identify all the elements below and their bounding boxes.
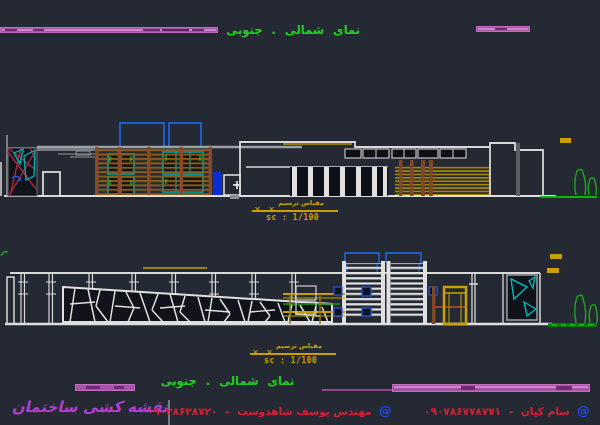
title-block-bar-top-right[interactable] [476, 26, 530, 32]
level-marker [547, 268, 559, 273]
level-marker [550, 254, 562, 259]
louver-stacks [342, 261, 427, 324]
roof-skylight-2 [169, 123, 201, 147]
contact-dash: - [225, 405, 229, 417]
contact-phone: ۰۹۰۲۸۶۲۸۷۲۰ [147, 405, 218, 417]
yellow-door-frame [444, 287, 466, 324]
wall-joint [516, 143, 520, 196]
scale-bar-2[interactable]: مقیاس ترسیم ✕ ✕ sc : 1/100 [226, 343, 344, 365]
contact-name: سام کیان [520, 405, 569, 417]
scale-tick-x: ✕ [252, 348, 259, 357]
elevation-drawing-1[interactable] [0, 92, 600, 204]
dimension-tick [230, 195, 239, 199]
at-icon: @ [577, 403, 590, 418]
blue-panel [213, 172, 222, 195]
scale-note-label: مقیاس ترسیم [276, 342, 322, 350]
door-1 [43, 172, 60, 196]
contact-engineer-2: @ سام کیان - ۰۹۰۷۸۶۷۷۸۷۷۱ [408, 403, 590, 418]
footer-bar-small[interactable] [75, 384, 135, 391]
decorative-glass-panel-2 [507, 273, 540, 324]
contact-name: مهندس یوسف شاهدوست [237, 405, 372, 417]
scale-note-label: مقیاس ترسیم [278, 199, 324, 207]
elevation-drawing-2[interactable] [0, 246, 600, 338]
elevation-title-top: نمای شمالی . جنوبی [228, 23, 360, 37]
contact-engineer-1: @ مهندس یوسف شاهدوست - ۰۹۰۲۸۶۲۸۷۲۰ [176, 403, 392, 418]
footer-bar-large[interactable] [392, 384, 590, 392]
cad-viewport: { "labels": { "elevation_title_top": "نم… [0, 0, 600, 425]
scale-caption: sc : 1/100 [264, 356, 317, 365]
scale-tick-x: ✕ [254, 205, 261, 214]
wood-louver-facade [95, 147, 212, 195]
scale-caption: sc : 1/100 [266, 213, 319, 222]
tree-symbols [575, 169, 597, 195]
contact-dash: - [508, 405, 512, 417]
footer-bar-line [322, 389, 392, 391]
contact-phone: ۰۹۰۷۸۶۷۷۸۷۷۱ [424, 405, 501, 417]
scale-bar-1[interactable]: مقیاس ترسیم ✕ ✕ sc : 1/100 [228, 200, 346, 222]
level-marker [560, 138, 571, 143]
decorative-glass-panel [7, 135, 95, 196]
tree-symbols [575, 295, 598, 323]
title-block-bar-top-left[interactable] [0, 27, 218, 33]
elevation-title-bottom: نمای شمالی . جنوبی [150, 374, 305, 388]
right-columns [469, 273, 503, 324]
main-building-elevation-1 [240, 142, 490, 196]
at-icon: @ [379, 403, 392, 418]
roof-skylight-1 [120, 123, 164, 147]
